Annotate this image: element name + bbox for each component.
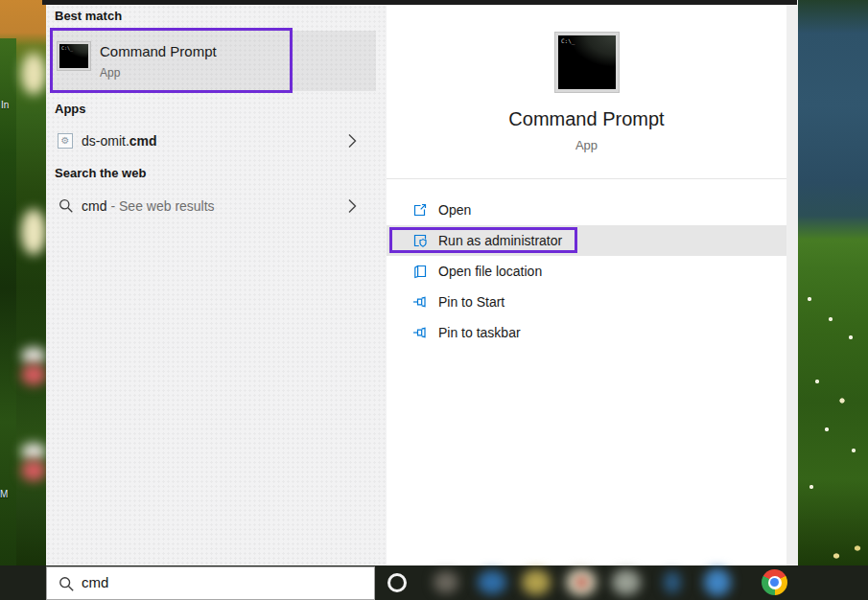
action-pin-to-start[interactable]: Pin to Start [387,287,786,317]
taskbar-blurred-app-icon[interactable] [522,569,551,595]
preview-app-title: Command Prompt [387,108,786,130]
desktop-wallpaper-left: In M [0,0,46,565]
script-file-icon: ⚙ [58,133,73,149]
best-match-title: Command Prompt [100,43,217,59]
apps-section-header: Apps [55,102,86,116]
desktop-icon-label-fragment: In [1,100,9,110]
app-result-ds-omit-cmd[interactable]: ⚙ ds-omit.cmd [46,123,387,159]
start-button[interactable] [0,565,46,600]
taskbar-blurred-app-icon[interactable] [704,568,731,596]
preview-app-subtitle: App [387,138,786,152]
open-icon [412,202,428,218]
search-icon [59,576,75,592]
windows-search-screen: In M Best match C:\_ Command Prompt App … [0,0,868,600]
cortana-icon[interactable] [387,573,407,592]
taskbar-blurred-app-icon [575,576,588,588]
action-open[interactable]: Open [387,195,786,225]
wallpaper-foliage [0,38,16,565]
web-section-header: Search the web [55,166,146,180]
command-prompt-icon-large: C:\_ [555,33,619,92]
taskbar-blurred-app-icon[interactable] [612,569,641,595]
taskbar-blurred-app-icon[interactable] [434,571,458,593]
app-result-label: ds-omit.cmd [82,133,157,149]
taskbar-search-box[interactable] [46,566,375,600]
best-match-result[interactable]: C:\_ Command Prompt App [50,28,293,93]
blurred-desktop-icon [21,460,46,481]
cmd-icon-text: C:\_ [59,44,88,51]
blurred-desktop-icon [21,364,46,385]
blurred-desktop-icon [21,53,46,95]
command-prompt-icon: C:\_ [58,42,90,70]
divider [387,178,786,179]
desktop-icon-label-fragment: M [0,489,8,499]
taskbar-blurred-app-icon[interactable] [478,570,506,594]
desktop-wallpaper-right [798,0,868,565]
action-open-file-location[interactable]: Open file location [387,256,786,287]
cmd-icon-text: C:\_ [558,35,616,44]
action-run-as-administrator[interactable]: Run as administrator [387,225,786,256]
chrome-icon[interactable] [762,569,787,595]
search-icon [59,198,74,214]
chevron-right-icon[interactable] [347,198,358,214]
best-match-subtitle: App [100,66,120,80]
run-as-admin-shield-icon [412,233,428,248]
open-file-location-icon [412,264,428,279]
pin-icon [412,325,428,340]
search-input[interactable] [82,574,360,590]
scrollbar-track[interactable] [786,5,798,565]
action-pin-to-taskbar[interactable]: Pin to taskbar [387,317,786,348]
web-result-label: cmd- See web results [82,198,215,214]
taskbar-blurred-app-icon[interactable] [664,571,681,593]
pin-icon [412,294,428,310]
blurred-desktop-icon [21,347,46,364]
blurred-desktop-icon [21,443,46,460]
chevron-right-icon[interactable] [347,133,358,149]
web-search-result[interactable]: cmd- See web results [46,188,387,224]
best-match-header: Best match [55,9,122,23]
blurred-desktop-icon [21,209,46,255]
